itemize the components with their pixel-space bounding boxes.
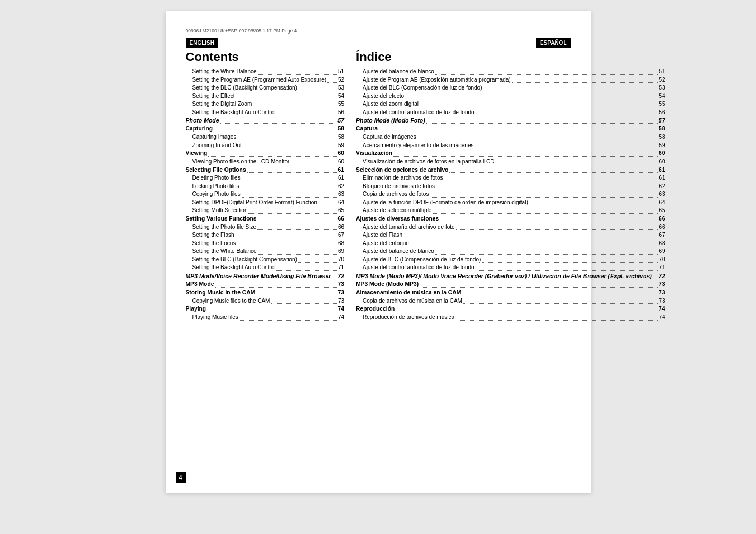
toc-page-num: 74 [659, 305, 665, 313]
toc-dots [327, 82, 337, 83]
toc-page-num: 54 [659, 92, 665, 101]
toc-dots [290, 165, 337, 165]
toc-dots [436, 189, 658, 189]
toc-dots [420, 107, 658, 107]
toc-item: Setting Multi Selection65 [186, 207, 345, 215]
toc-page-num: 63 [338, 190, 344, 199]
toc-page-num: 73 [659, 297, 665, 306]
toc-item-title: Selecting File Options [186, 166, 246, 175]
toc-item: Almacenamiento de música en la CAM73 [356, 289, 665, 297]
toc-item: Setting DPOF(Digital Print Order Format)… [186, 199, 345, 207]
toc-item-title: Setting the White Balance [186, 68, 257, 76]
toc-dots [403, 238, 658, 238]
toc-dots [405, 99, 658, 99]
toc-dots [410, 246, 658, 246]
toc-dots [449, 172, 658, 173]
toc-page-num: 73 [659, 289, 665, 297]
left-title: Contents [186, 50, 345, 64]
toc-page-num: 61 [659, 166, 665, 175]
toc-item-title: Locking Photo files [186, 182, 240, 191]
header-row: ENGLISH ESPAÑOL [186, 38, 571, 48]
toc-item-title: Ajuste de la función DPOF (Formato de or… [356, 199, 528, 207]
toc-item-title: Setting the Focus [186, 240, 236, 248]
toc-item: Ajuste del enfoque68 [356, 240, 665, 248]
toc-page-num: 55 [338, 100, 344, 109]
toc-page-num: 71 [659, 264, 665, 272]
toc-page-num: 59 [659, 142, 665, 150]
toc-dots [426, 123, 658, 124]
toc-item: Ajuste de Program AE (Exposición automát… [356, 76, 665, 85]
toc-dots [430, 197, 658, 198]
toc-item-title: Setting DPOF(Digital Print Order Format)… [186, 199, 317, 207]
toc-item: Setting the Flash67 [186, 231, 345, 240]
toc-page-num: 70 [659, 256, 665, 264]
header-note: 00906J M2100 UK+ESP-007 9/8/05 1:17 PM P… [186, 28, 571, 34]
toc-dots [433, 213, 658, 214]
toc-item-title: Acercamiento y alejamiento de las imágen… [356, 142, 473, 150]
toc-item-title: Ajuste del BLC (Compensación de luz de f… [356, 84, 482, 92]
toc-item: Ajuste de selección múltiple65 [356, 207, 665, 215]
toc-item-title: Setting the Backlight Auto Control [186, 109, 276, 117]
toc-dots [318, 205, 337, 205]
toc-page-num: 53 [659, 84, 665, 92]
toc-dots [420, 287, 658, 288]
toc-dots [653, 279, 658, 279]
toc-item: Playing74 [186, 305, 345, 313]
toc-page-num: 61 [338, 166, 344, 175]
toc-item-title: Setting the Flash [186, 231, 234, 240]
toc-item-title: Setting the Digital Zoom [186, 100, 252, 109]
toc-page-num: 67 [338, 231, 344, 240]
toc-item: Copying Photo files63 [186, 190, 345, 199]
left-column: Contents Setting the White Balance51Sett… [186, 49, 350, 322]
toc-dots [482, 262, 658, 263]
toc-item: Setting the Backlight Auto Control56 [186, 109, 345, 117]
toc-dots [417, 140, 658, 140]
toc-dots [396, 312, 658, 312]
toc-dots [208, 156, 336, 157]
toc-item-title: Zooming In and Out [186, 142, 242, 150]
toc-dots [258, 254, 337, 255]
toc-page-num: 70 [338, 256, 344, 264]
toc-dots [243, 148, 337, 148]
toc-item: Capturing58 [186, 125, 345, 133]
toc-page-num: 51 [659, 68, 665, 76]
toc-page-num: 69 [338, 247, 344, 256]
toc-item-title: Bloqueo de archivos de fotos [356, 182, 435, 191]
toc-item-title: Setting the Program AE (Programmed Auto … [186, 76, 327, 85]
toc-dots [298, 262, 337, 263]
toc-dots [440, 222, 658, 222]
toc-page-num: 53 [338, 84, 344, 92]
toc-item-title: MP3 Mode/Voice Recorder Mode/Using File … [186, 272, 331, 280]
page: 00906J M2100 UK+ESP-007 9/8/05 1:17 PM P… [166, 11, 591, 493]
toc-item: Ajuste del control automático de luz de … [356, 264, 665, 272]
toc-page-num: 62 [659, 182, 665, 191]
toc-dots [253, 107, 337, 107]
toc-page-num: 65 [659, 207, 665, 215]
toc-item: Locking Photo files62 [186, 182, 345, 191]
toc-item: Ajuste del balance de blanco51 [356, 68, 665, 76]
toc-item-title: Ajuste del balance de blanco [356, 68, 434, 76]
toc-item-title: Ajuste de BLC (Compensación de luz de fo… [356, 256, 481, 264]
toc-page-num: 61 [338, 174, 344, 182]
toc-page-num: 56 [659, 109, 665, 117]
toc-page-num: 51 [338, 68, 344, 76]
toc-page-num: 72 [337, 272, 344, 280]
toc-page-num: 58 [659, 125, 665, 133]
toc-page-num: 59 [338, 142, 344, 150]
toc-dots [476, 270, 658, 271]
toc-page-num: 58 [659, 133, 665, 142]
toc-dots [483, 91, 658, 91]
toc-page-num: 60 [338, 158, 344, 166]
toc-dots [220, 123, 337, 124]
toc-item-title: Ajuste de Program AE (Exposición automát… [356, 76, 511, 85]
toc-item: Ajuste de BLC (Compensación de luz de fo… [356, 256, 665, 264]
toc-page-num: 68 [659, 240, 665, 248]
toc-page-num: 63 [659, 190, 665, 199]
toc-page-num: 68 [338, 240, 344, 248]
toc-item-title: Storing Music in the CAM [186, 289, 256, 297]
toc-page-num: 73 [338, 280, 344, 289]
toc-item: Acercamiento y alejamiento de las imágen… [356, 142, 665, 150]
toc-dots [476, 115, 658, 115]
toc-dots [248, 213, 336, 214]
toc-item: Ajuste del Flash67 [356, 231, 665, 240]
